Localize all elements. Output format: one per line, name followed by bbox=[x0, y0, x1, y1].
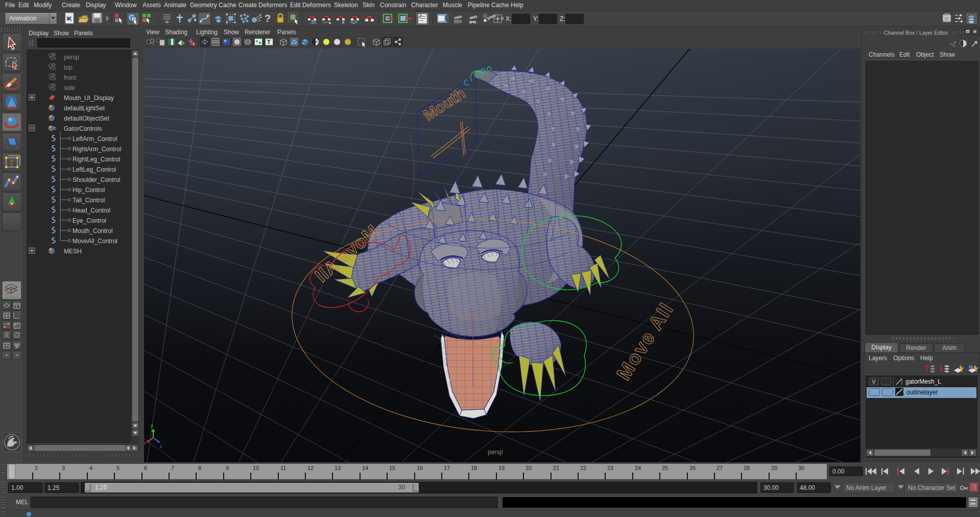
svg-text:RightArm_Control: RightArm_Control bbox=[73, 146, 121, 153]
svg-text:LeftArm_Control: LeftArm_Control bbox=[73, 135, 117, 143]
svg-text:MESH: MESH bbox=[64, 248, 82, 255]
svg-text:defaultLightSet: defaultLightSet bbox=[64, 105, 105, 112]
svg-text:persp: persp bbox=[488, 449, 503, 456]
svg-text:Shoulder_Control: Shoulder_Control bbox=[73, 176, 120, 183]
svg-text:Hip_Control: Hip_Control bbox=[73, 186, 105, 194]
svg-text:T: T bbox=[267, 39, 271, 45]
svg-text:front: front bbox=[64, 74, 77, 81]
svg-text:?: ? bbox=[265, 13, 271, 24]
svg-text:GatorControls: GatorControls bbox=[64, 125, 102, 132]
svg-text:RightLeg_Control: RightLeg_Control bbox=[73, 156, 120, 163]
svg-text:MoveAll_Control: MoveAll_Control bbox=[73, 238, 117, 245]
svg-text:Mouth_UI_Display: Mouth_UI_Display bbox=[64, 95, 114, 102]
svg-text:Mouth_Control: Mouth_Control bbox=[73, 227, 113, 234]
svg-text:side: side bbox=[64, 84, 75, 91]
svg-text:defaultObjectSet: defaultObjectSet bbox=[64, 115, 109, 122]
svg-text:z: z bbox=[160, 443, 162, 449]
svg-text:LeftLeg_Control: LeftLeg_Control bbox=[73, 166, 116, 173]
svg-text:Tail_Control: Tail_Control bbox=[73, 197, 105, 204]
svg-text:y: y bbox=[151, 423, 153, 429]
svg-text:Head_Control: Head_Control bbox=[73, 207, 110, 214]
svg-text:top: top bbox=[64, 64, 73, 71]
svg-text:Eye_Control: Eye_Control bbox=[73, 217, 106, 224]
svg-text:persp: persp bbox=[64, 54, 79, 61]
svg-text:IPR: IPR bbox=[469, 20, 476, 25]
svg-text:x: x bbox=[144, 440, 146, 446]
